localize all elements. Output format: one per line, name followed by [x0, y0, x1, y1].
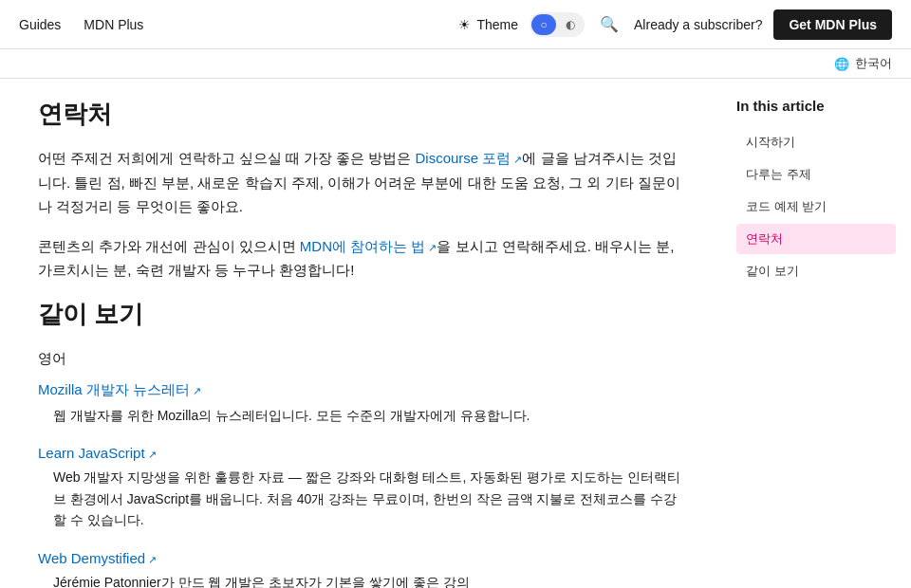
sidebar-item-topics[interactable]: 다루는 주제	[736, 159, 896, 190]
web-demystified-desc: Jérémie Patonnier가 만드 웹 개발은 초보자가 기본을 쌓기에…	[38, 572, 683, 588]
theme-dark-btn[interactable]: ◐	[558, 14, 583, 35]
sidebar: In this article 시작하기 다루는 주제 코드 예제 받기 연락처…	[721, 79, 911, 588]
sidebar-title: In this article	[736, 98, 896, 114]
sidebar-item-start[interactable]: 시작하기	[736, 127, 896, 157]
sidebar-item-contact[interactable]: 연락처	[736, 224, 896, 254]
learn-js-desc: Web 개발자 지망생을 위한 훌륭한 자료 — 짧은 강좌와 대화형 테스트,…	[38, 467, 683, 530]
theme-button[interactable]: ☀ Theme	[458, 17, 518, 32]
theme-light-btn[interactable]: ○	[531, 14, 556, 35]
contact-section: 연락처 어떤 주제건 저희에게 연락하고 싶으실 때 가장 좋은 방법은 Dis…	[38, 98, 683, 283]
lang-english-label: 영어	[38, 346, 683, 371]
page-layout: 연락처 어떤 주제건 저희에게 연락하고 싶으실 때 가장 좋은 방법은 Dis…	[0, 79, 911, 588]
nav-guides[interactable]: Guides	[19, 17, 61, 32]
sidebar-item-see-also[interactable]: 같이 보기	[736, 256, 896, 286]
search-button[interactable]: 🔍	[596, 11, 623, 38]
see-also-section: 같이 보기 영어 Mozilla 개발자 뉴스레터 웹 개발자를 위한 Mozi…	[38, 298, 683, 589]
nav-mdn-plus[interactable]: MDN Plus	[84, 17, 143, 32]
header-actions: ☀ Theme ○ ◐ 🔍 Already a subscriber? Get …	[458, 9, 892, 40]
mozilla-newsletter-link[interactable]: Mozilla 개발자 뉴스레터	[38, 381, 201, 397]
search-icon: 🔍	[600, 15, 619, 33]
resource-2: Learn JavaScript Web 개발자 지망생을 위한 훌륭한 자료 …	[38, 445, 683, 530]
main-nav: Guides MDN Plus	[19, 17, 143, 32]
main-content: 연락처 어떤 주제건 저희에게 연락하고 싶으실 때 가장 좋은 방법은 Dis…	[0, 79, 721, 588]
sun-icon: ☀	[458, 17, 471, 32]
mdn-plus-button[interactable]: Get MDN Plus	[773, 9, 892, 40]
theme-toggle-group: ○ ◐	[530, 12, 585, 37]
globe-icon: 🌐	[834, 57, 849, 71]
mozilla-newsletter-desc: 웹 개발자를 위한 Mozilla의 뉴스레터입니다. 모든 수준의 개발자에게…	[38, 405, 683, 426]
mdn-contribute-link[interactable]: MDN에 참여하는 법	[300, 238, 437, 254]
resource-3: Web Demystified Jérémie Patonnier가 만드 웹 …	[38, 550, 683, 588]
theme-label: Theme	[476, 17, 518, 32]
contact-para2: 콘텐츠의 추가와 개선에 관심이 있으시면 MDN에 참여하는 법을 보시고 연…	[38, 234, 683, 283]
sidebar-item-code[interactable]: 코드 예제 받기	[736, 192, 896, 222]
lang-bar: 🌐 한국어	[0, 49, 911, 79]
discourse-link[interactable]: Discourse 포럼	[416, 150, 523, 166]
header: Guides MDN Plus ☀ Theme ○ ◐ 🔍 Already a …	[0, 0, 911, 49]
contact-para1: 어떤 주제건 저희에게 연락하고 싶으실 때 가장 좋은 방법은 Discour…	[38, 146, 683, 219]
web-demystified-link[interactable]: Web Demystified	[38, 550, 157, 566]
learn-js-link[interactable]: Learn JavaScript	[38, 445, 157, 461]
subscriber-link[interactable]: Already a subscriber?	[634, 17, 762, 32]
see-also-title: 같이 보기	[38, 298, 683, 331]
contact-title: 연락처	[38, 98, 683, 131]
lang-label[interactable]: 한국어	[855, 55, 892, 72]
resource-1: Mozilla 개발자 뉴스레터 웹 개발자를 위한 Mozilla의 뉴스레터…	[38, 381, 683, 426]
